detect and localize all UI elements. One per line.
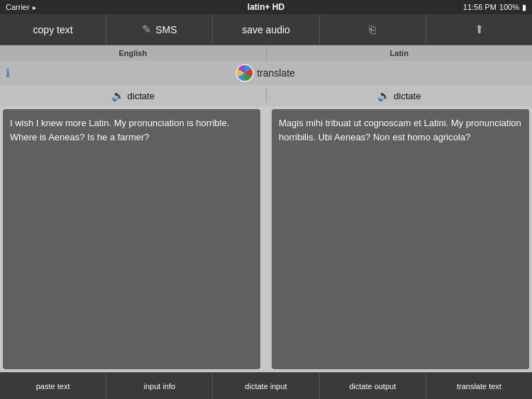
status-bar: Carrier ▸ latin+ HD 11:56 PM 100% ▮ xyxy=(0,0,532,14)
time-label: 11:56 PM xyxy=(463,3,497,11)
language-row: English Latin xyxy=(0,45,532,61)
dictate-target-button[interactable]: 🔊 dictate xyxy=(267,89,533,102)
copy-text-button[interactable]: copy text xyxy=(0,14,106,45)
save-audio-label: save audio xyxy=(242,24,290,35)
panel-divider xyxy=(265,109,267,369)
input-info-button[interactable]: input info xyxy=(106,373,213,399)
folder-icon: ⎗ xyxy=(369,23,376,36)
paste-text-button[interactable]: paste text xyxy=(0,373,106,399)
wifi-icon: ▸ xyxy=(33,4,36,11)
folder-button[interactable]: ⎗ xyxy=(320,14,426,45)
speaker-target-icon: 🔊 xyxy=(377,89,391,102)
battery-icon: ▮ xyxy=(522,3,526,12)
status-left: Carrier ▸ xyxy=(6,3,36,11)
output-text-panel: Magis mihi tribuat ut cognoscam et Latin… xyxy=(272,109,529,369)
toolbar: copy text ✎ SMS save audio ⎗ ⬆ xyxy=(0,14,532,45)
globe-icon xyxy=(237,65,253,81)
sms-label: SMS xyxy=(155,24,177,35)
dictate-input-label: dictate input xyxy=(245,382,287,390)
edit-icon: ✎ xyxy=(142,23,151,36)
sms-button[interactable]: ✎ SMS xyxy=(106,14,213,45)
translate-button[interactable]: translate xyxy=(237,65,295,81)
bottom-bar: paste text input info dictate input dict… xyxy=(0,372,532,399)
content-area: I wish I knew more Latin. My pronunciati… xyxy=(0,106,532,372)
output-text: Magis mihi tribuat ut cognoscam et Latin… xyxy=(279,118,521,142)
info-button[interactable]: ℹ xyxy=(6,67,10,80)
source-language-label: English xyxy=(0,49,266,57)
battery-label: 100% xyxy=(499,3,519,11)
translate-row: ℹ translate xyxy=(0,61,532,85)
share-button[interactable]: ⬆ xyxy=(426,14,532,45)
dictate-output-button[interactable]: dictate output xyxy=(320,373,426,399)
speaker-source-icon: 🔊 xyxy=(111,89,125,102)
input-info-label: input info xyxy=(143,382,175,390)
translate-text-label: translate text xyxy=(457,382,501,390)
translate-text-button[interactable]: translate text xyxy=(426,373,532,399)
dictate-source-label: dictate xyxy=(128,91,155,101)
translate-label: translate xyxy=(257,67,295,79)
carrier-label: Carrier xyxy=(6,3,30,11)
app-title: latin+ HD xyxy=(248,2,284,12)
dictate-row: 🔊 dictate 🔊 dictate xyxy=(0,85,532,106)
dictate-output-label: dictate output xyxy=(349,382,396,390)
status-right: 11:56 PM 100% ▮ xyxy=(463,3,526,12)
input-text: I wish I knew more Latin. My pronunciati… xyxy=(10,118,229,142)
dictate-input-button[interactable]: dictate input xyxy=(213,373,319,399)
input-text-panel[interactable]: I wish I knew more Latin. My pronunciati… xyxy=(3,109,260,369)
save-audio-button[interactable]: save audio xyxy=(213,14,319,45)
share-icon: ⬆ xyxy=(475,23,484,36)
dictate-source-button[interactable]: 🔊 dictate xyxy=(0,89,267,102)
copy-text-label: copy text xyxy=(33,24,73,35)
paste-text-label: paste text xyxy=(36,382,70,390)
dictate-target-label: dictate xyxy=(394,91,421,101)
target-language-label: Latin xyxy=(267,49,533,57)
